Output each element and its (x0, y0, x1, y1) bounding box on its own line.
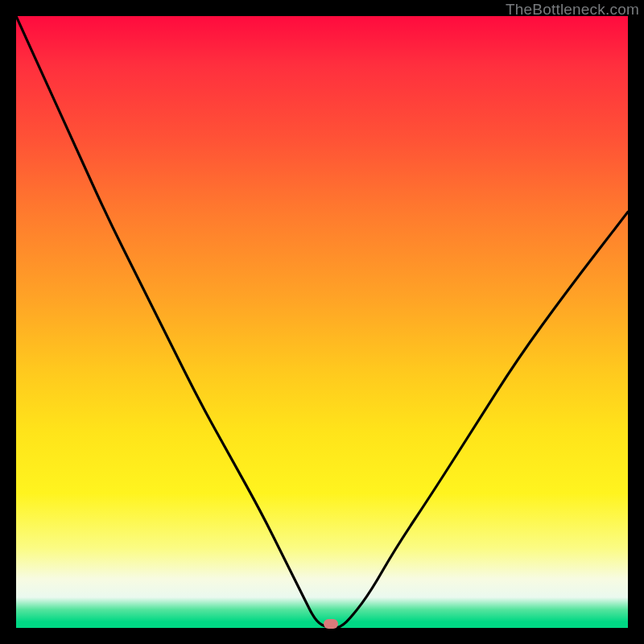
chart-frame: TheBottleneck.com (0, 0, 644, 644)
bottleneck-curve (16, 16, 628, 628)
min-point-marker (324, 619, 338, 629)
curve-path (16, 16, 628, 628)
plot-area (16, 16, 628, 628)
